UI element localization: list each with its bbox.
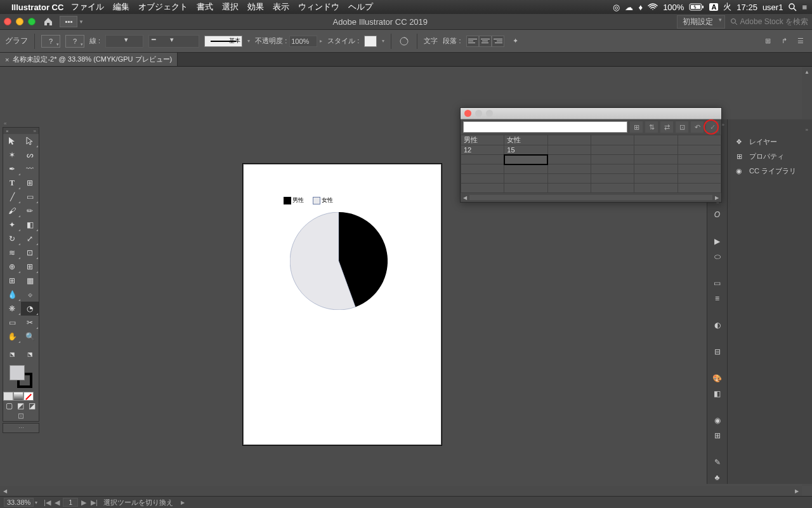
default-fill-stroke-icon[interactable]: ⬔ [21, 347, 39, 361]
eyedropper-tool[interactable]: 💧 [3, 288, 21, 302]
cc-sync-icon[interactable]: ☁ [625, 3, 633, 12]
actions-play-icon[interactable]: ▶ [710, 237, 724, 246]
grid-cell[interactable] [634, 155, 678, 164]
transpose-icon[interactable]: ⇅ [645, 121, 658, 133]
bluetooth-icon[interactable]: ♦ [638, 3, 643, 12]
graph-data-grid[interactable]: 男性 女性 12 15 [461, 135, 721, 193]
close-tab-icon[interactable]: × [5, 56, 9, 64]
app-name[interactable]: Illustrator CC [11, 3, 63, 12]
graph-tool[interactable]: ◔ [21, 302, 39, 316]
window-minimize-button[interactable] [16, 18, 23, 25]
grid-cell[interactable] [678, 155, 721, 164]
battery-icon[interactable] [689, 3, 704, 11]
none-mode-button[interactable] [23, 392, 34, 401]
align-center-button[interactable] [479, 36, 492, 47]
transparency-icon[interactable]: ◐ [710, 321, 724, 330]
draw-behind-icon[interactable]: ◩ [15, 401, 26, 411]
menu-object[interactable]: オブジェクト [138, 1, 188, 13]
menu-extras-icon[interactable]: ≡ [802, 3, 807, 12]
cc-libraries-panel-button[interactable]: ◉CC ライブラリ [728, 164, 812, 178]
mesh-tool[interactable]: ⊞ [3, 274, 21, 288]
magic-wand-tool[interactable]: ✶ [3, 148, 21, 162]
user-name[interactable]: user1 [763, 3, 783, 12]
window-close-button[interactable] [4, 18, 11, 25]
panel-menu-icon[interactable]: ☰ [794, 35, 807, 48]
grid-cell[interactable] [634, 145, 678, 155]
transform-panel-icon[interactable]: ↱ [778, 35, 790, 48]
slice-tool[interactable]: ✂ [21, 316, 39, 330]
brush-dropdown[interactable]: 基本 [204, 36, 242, 47]
edit-toolbar-button[interactable]: ⋯ [3, 423, 39, 433]
paragraph-link[interactable]: 段落 : [443, 36, 461, 46]
shape-builder-tool[interactable]: ⊕ [3, 260, 21, 274]
opentype-icon[interactable]: O [710, 210, 724, 219]
gradient-tool[interactable]: ▦ [21, 274, 39, 288]
graph-data-entry-input[interactable] [463, 121, 627, 133]
grid-cell[interactable] [547, 135, 591, 145]
touch-type-tool[interactable]: ⊞ [21, 176, 39, 190]
links-icon[interactable]: ⬭ [710, 252, 724, 261]
symbol-sprayer-tool[interactable]: ❋ [3, 302, 21, 316]
free-transform-tool[interactable]: ⊡ [21, 246, 39, 260]
artboards-icon[interactable]: ▭ [710, 279, 724, 288]
clock-day[interactable]: 火 [723, 1, 731, 13]
draw-inside-icon[interactable]: ◪ [26, 401, 37, 411]
home-icon[interactable] [43, 17, 53, 26]
recolor-icon[interactable] [398, 35, 410, 48]
hand-tool[interactable]: ✋ [3, 330, 21, 344]
grid-cell[interactable] [634, 135, 678, 145]
menu-edit[interactable]: 編集 [113, 1, 129, 13]
document-tab[interactable]: × 名称未設定-2* @ 33.38% (CMYK/GPU プレビュー) [0, 53, 178, 66]
grid-cell[interactable]: 15 [504, 145, 547, 155]
brush-tool[interactable]: 🖌 [3, 204, 21, 218]
isolate-icon[interactable]: ✦ [509, 35, 522, 48]
input-source-badge[interactable]: A [709, 3, 718, 11]
window-zoom-button[interactable] [28, 18, 36, 25]
grid-cell[interactable]: 女性 [504, 135, 547, 145]
last-artboard-icon[interactable]: ▶| [89, 498, 98, 507]
switch-xy-icon[interactable]: ⇄ [660, 121, 673, 133]
menu-view[interactable]: 表示 [273, 1, 289, 13]
menu-file[interactable]: ファイル [71, 1, 104, 13]
panel-zoom-button[interactable] [486, 110, 493, 117]
align-icon[interactable]: ⊟ [710, 347, 724, 356]
grid-cell[interactable] [591, 135, 634, 145]
width-tool[interactable]: ≋ [3, 246, 21, 260]
zoom-value[interactable]: 33.38% [4, 498, 34, 507]
layers-panel-button[interactable]: ❖レイヤー [728, 135, 812, 149]
pen-tool[interactable]: ✒ [3, 162, 21, 176]
lasso-tool[interactable]: ᔕ [21, 148, 39, 162]
align-right-button[interactable] [492, 36, 504, 47]
stroke-panel-icon[interactable]: ≡ [710, 294, 724, 303]
fill-stroke-indicator[interactable] [3, 361, 39, 392]
menu-window[interactable]: ウィンドウ [298, 1, 339, 13]
revert-icon[interactable]: ↶ [691, 121, 704, 133]
properties-panel-button[interactable]: ⊞プロパティ [728, 149, 812, 164]
zoom-control[interactable]: 33.38% ▾ [4, 498, 37, 507]
workspace-preset-dropdown[interactable]: 初期設定 [677, 15, 725, 29]
horizontal-scrollbar[interactable]: ◀ ▶ [0, 486, 802, 496]
symbols-icon[interactable]: ♣ [710, 473, 724, 482]
rotate-tool[interactable]: ↻ [3, 232, 21, 246]
tool-panel-close-icon[interactable]: × [6, 128, 9, 134]
hscroll-left-icon[interactable]: ◀ [461, 195, 469, 201]
scroll-up-arrow-icon[interactable]: ▲ [802, 67, 812, 77]
wifi-icon[interactable] [648, 3, 658, 11]
zoom-dropdown-icon[interactable]: ▾ [35, 500, 37, 505]
panel-close-button[interactable] [464, 110, 471, 117]
shaper-tool[interactable]: ✦ [3, 218, 21, 232]
curvature-tool[interactable]: 〰 [21, 162, 39, 176]
scroll-left-arrow-icon[interactable]: ◀ [0, 486, 10, 496]
blend-tool[interactable]: ⟐ [21, 288, 39, 302]
align-left-button[interactable] [466, 36, 479, 47]
grid-cell[interactable] [678, 145, 721, 155]
brushes-icon[interactable]: ✎ [710, 458, 724, 467]
screen-mode-button[interactable]: ⊡ [3, 411, 39, 421]
grid-cell[interactable]: 12 [461, 145, 504, 155]
cc-status-icon[interactable]: ◎ [613, 3, 620, 12]
swatches-icon[interactable]: ⊞ [710, 431, 724, 440]
graph-data-hscroll[interactable]: ◀ ▶ [461, 193, 721, 202]
clock-time[interactable]: 17:25 [737, 3, 757, 12]
character-link[interactable]: 文字 [424, 36, 438, 46]
appearance-icon[interactable]: ◉ [710, 416, 724, 425]
